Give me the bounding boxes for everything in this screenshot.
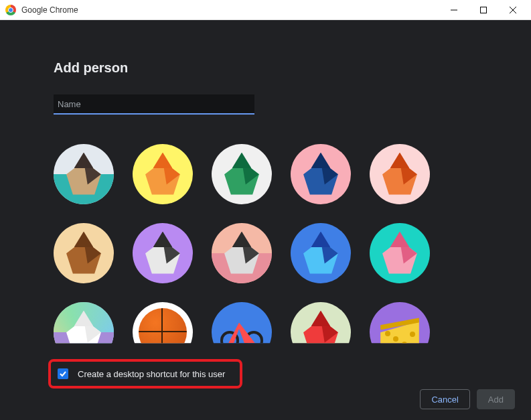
name-input-container xyxy=(54,94,477,115)
avatar-origami-panda[interactable] xyxy=(133,223,193,283)
desktop-shortcut-label: Create a desktop shortcut for this user xyxy=(78,369,225,379)
highlight-annotation: Create a desktop shortcut for this user xyxy=(48,359,242,389)
avatar-origami-penguin[interactable] xyxy=(212,223,272,283)
desktop-shortcut-checkbox[interactable] xyxy=(58,368,68,379)
window-controls xyxy=(445,3,526,17)
name-input[interactable] xyxy=(54,94,254,115)
avatar-origami-cat[interactable] xyxy=(54,144,114,204)
avatar-origami-fox[interactable] xyxy=(133,144,193,204)
avatar-grid xyxy=(54,144,467,356)
avatar-origami-squirrel[interactable] xyxy=(370,144,430,204)
minimize-button[interactable] xyxy=(445,3,463,17)
close-button[interactable] xyxy=(504,3,522,17)
dialog-content: Add person Create a desktop shortcut for… xyxy=(0,20,531,420)
svg-rect-1 xyxy=(481,7,487,13)
avatar-origami-basketball[interactable] xyxy=(133,302,193,356)
cancel-button[interactable]: Cancel xyxy=(420,389,469,409)
avatar-origami-elephant[interactable] xyxy=(291,144,351,204)
avatar-scroll-area[interactable] xyxy=(54,141,477,356)
avatar-origami-butterfly[interactable] xyxy=(291,223,351,283)
avatar-origami-unicorn[interactable] xyxy=(54,302,114,356)
avatar-origami-monkey[interactable] xyxy=(54,223,114,283)
maximize-button[interactable] xyxy=(475,3,492,17)
dialog-heading: Add person xyxy=(54,20,477,76)
chrome-logo-icon xyxy=(5,5,16,15)
avatar-origami-cheese[interactable] xyxy=(370,302,430,356)
footer-buttons: Cancel Add xyxy=(420,389,515,409)
window-title: Google Chrome xyxy=(21,5,78,15)
avatar-origami-dragon[interactable] xyxy=(212,144,272,204)
add-button[interactable]: Add xyxy=(477,389,515,409)
titlebar: Google Chrome xyxy=(0,0,531,20)
avatar-origami-rabbit[interactable] xyxy=(370,223,430,283)
avatar-origami-bird[interactable] xyxy=(291,302,351,356)
avatar-origami-bicycle[interactable] xyxy=(212,302,272,356)
